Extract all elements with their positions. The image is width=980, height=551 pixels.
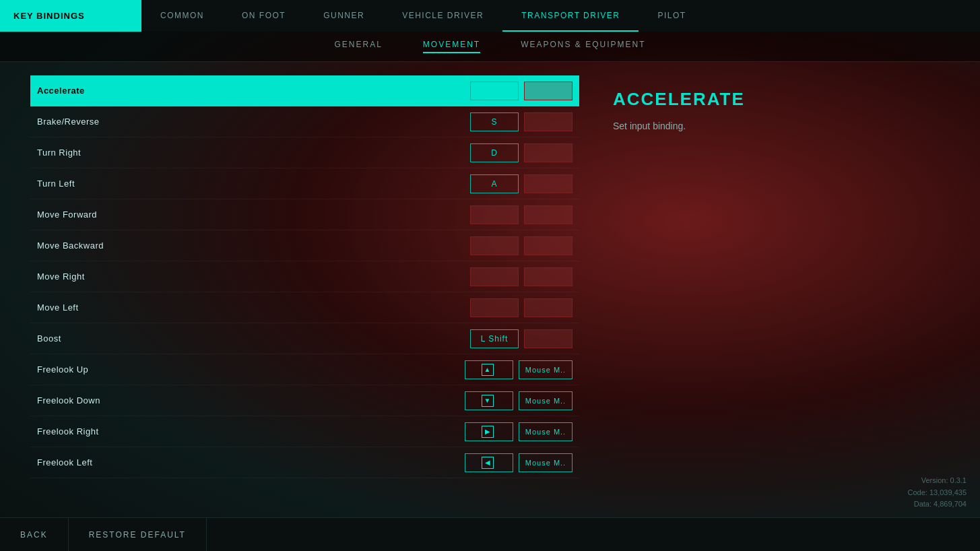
key-binding-primary[interactable] xyxy=(470,236,519,255)
version-code: Code: 13,039,435 xyxy=(908,487,967,499)
mouse-binding-text: Mouse M.. xyxy=(525,397,566,405)
key-binding-primary[interactable]: ▲ xyxy=(465,360,513,379)
sub-tab-weapons-equipment[interactable]: WEAPONS & EQUIPMENT xyxy=(521,40,645,53)
nav-tabs-container: COMMONON FOOTGUNNERVEHICLE DRIVERTRANSPO… xyxy=(141,0,980,32)
binding-keys: L Shift xyxy=(470,329,573,348)
nav-tab-vehicle-driver[interactable]: VEHICLE DRIVER xyxy=(383,0,502,32)
binding-name: Brake/Reverse xyxy=(37,117,470,127)
binding-row[interactable]: Move Forward xyxy=(30,199,579,230)
top-navigation: KEY BINDINGS COMMONON FOOTGUNNERVEHICLE … xyxy=(0,0,980,32)
key-binding-secondary[interactable] xyxy=(524,329,573,348)
nav-tab-common[interactable]: COMMON xyxy=(141,0,223,32)
key-binding-primary[interactable] xyxy=(470,267,519,286)
binding-name: Freelook Down xyxy=(37,395,465,406)
nav-tab-transport-driver[interactable]: TRANSPORT DRIVER xyxy=(502,0,639,32)
binding-name: Move Right xyxy=(37,271,470,282)
sub-tab-movement[interactable]: MOVEMENT xyxy=(423,40,480,53)
binding-row[interactable]: Freelook Left◀Mouse M.. xyxy=(30,447,579,478)
binding-row[interactable]: Freelook Right▶Mouse M.. xyxy=(30,416,579,447)
binding-keys: ▶Mouse M.. xyxy=(465,422,573,441)
key-binding-secondary[interactable] xyxy=(524,82,573,100)
arrow-icon: ◀ xyxy=(482,457,494,469)
key-binding-secondary[interactable] xyxy=(524,112,573,131)
binding-row[interactable]: Freelook Down▼Mouse M.. xyxy=(30,385,579,416)
binding-name: Move Forward xyxy=(37,209,470,220)
binding-keys: ▲Mouse M.. xyxy=(465,360,573,379)
binding-row[interactable]: Move Right xyxy=(30,261,579,292)
binding-keys: ▼Mouse M.. xyxy=(465,391,573,410)
binding-row[interactable]: Brake/ReverseS xyxy=(30,106,579,137)
nav-tab-pilot[interactable]: PILOT xyxy=(639,0,705,32)
binding-name: Move Left xyxy=(37,302,470,313)
nav-tab-gunner[interactable]: GUNNER xyxy=(304,0,383,32)
key-binding-primary[interactable]: W xyxy=(470,82,519,100)
key-binding-secondary[interactable] xyxy=(524,205,573,224)
binding-row[interactable]: Move Backward xyxy=(30,230,579,261)
key-binding-primary[interactable]: S xyxy=(470,112,519,131)
key-binding-secondary[interactable]: Mouse M.. xyxy=(519,360,573,379)
key-binding-secondary[interactable] xyxy=(524,236,573,255)
key-bindings-logo: KEY BINDINGS xyxy=(0,0,141,32)
version-info: Version: 0.3.1 Code: 13,039,435 Data: 4,… xyxy=(908,475,967,511)
binding-row[interactable]: Move Left xyxy=(30,292,579,323)
selected-binding-title: ACCELERATE xyxy=(613,89,960,110)
binding-row[interactable]: Freelook Up▲Mouse M.. xyxy=(30,354,579,385)
key-binding-secondary[interactable]: Mouse M.. xyxy=(519,391,573,410)
key-binding-primary[interactable]: ▶ xyxy=(465,422,513,441)
binding-name: Freelook Left xyxy=(37,457,465,467)
binding-name: Turn Right xyxy=(37,148,470,158)
version-data: Data: 4,869,704 xyxy=(908,498,967,511)
binding-name: Move Backward xyxy=(37,240,470,251)
key-binding-primary[interactable]: A xyxy=(470,174,519,193)
key-binding-secondary[interactable] xyxy=(524,267,573,286)
binding-keys xyxy=(470,205,573,224)
selected-binding-description: Set input binding. xyxy=(613,121,960,131)
key-binding-primary[interactable] xyxy=(470,205,519,224)
key-binding-secondary[interactable] xyxy=(524,298,573,317)
back-button[interactable]: BACK xyxy=(0,518,69,551)
binding-row[interactable]: Turn RightD xyxy=(30,137,579,168)
arrow-icon: ▲ xyxy=(482,364,494,376)
key-binding-primary[interactable] xyxy=(470,298,519,317)
mouse-binding-text: Mouse M.. xyxy=(525,366,566,374)
binding-keys: D xyxy=(470,143,573,162)
mouse-binding-text: Mouse M.. xyxy=(525,428,566,436)
key-binding-secondary[interactable]: Mouse M.. xyxy=(519,422,573,441)
binding-name: Turn Left xyxy=(37,179,470,189)
mouse-binding-text: Mouse M.. xyxy=(525,459,566,467)
binding-row[interactable]: BoostL Shift xyxy=(30,323,579,354)
binding-name: Freelook Right xyxy=(37,426,465,436)
binding-name: Accelerate xyxy=(37,86,470,96)
key-binding-secondary[interactable] xyxy=(524,143,573,162)
key-binding-secondary[interactable] xyxy=(524,174,573,193)
version-number: Version: 0.3.1 xyxy=(908,475,967,487)
sub-navigation: GENERALMOVEMENTWEAPONS & EQUIPMENT xyxy=(0,32,980,62)
binding-keys xyxy=(470,298,573,317)
binding-keys: W xyxy=(470,82,573,100)
binding-keys: A xyxy=(470,174,573,193)
binding-row[interactable]: AccelerateW xyxy=(30,75,579,106)
key-binding-primary[interactable]: L Shift xyxy=(470,329,519,348)
arrow-icon: ▼ xyxy=(482,395,494,407)
key-binding-secondary[interactable]: Mouse M.. xyxy=(519,453,573,472)
bindings-panel: AccelerateWBrake/ReverseSTurn RightDTurn… xyxy=(0,62,593,517)
key-binding-primary[interactable]: D xyxy=(470,143,519,162)
nav-tab-on-foot[interactable]: ON FOOT xyxy=(223,0,304,32)
key-binding-primary[interactable]: ◀ xyxy=(465,453,513,472)
key-binding-primary[interactable]: ▼ xyxy=(465,391,513,410)
binding-keys: ◀Mouse M.. xyxy=(465,453,573,472)
restore-default-button[interactable]: RESTORE DEFAULT xyxy=(69,518,207,551)
binding-name: Freelook Up xyxy=(37,364,465,375)
bottom-bar: BACK RESTORE DEFAULT xyxy=(0,517,980,551)
binding-keys xyxy=(470,267,573,286)
binding-row[interactable]: Turn LeftA xyxy=(30,168,579,199)
main-content: AccelerateWBrake/ReverseSTurn RightDTurn… xyxy=(0,62,980,517)
key-bindings-label: KEY BINDINGS xyxy=(13,11,85,21)
info-panel: ACCELERATE Set input binding. xyxy=(593,62,980,517)
sub-tab-general[interactable]: GENERAL xyxy=(334,40,382,53)
binding-keys: S xyxy=(470,112,573,131)
binding-name: Boost xyxy=(37,333,470,344)
binding-keys xyxy=(470,236,573,255)
arrow-icon: ▶ xyxy=(482,426,494,438)
